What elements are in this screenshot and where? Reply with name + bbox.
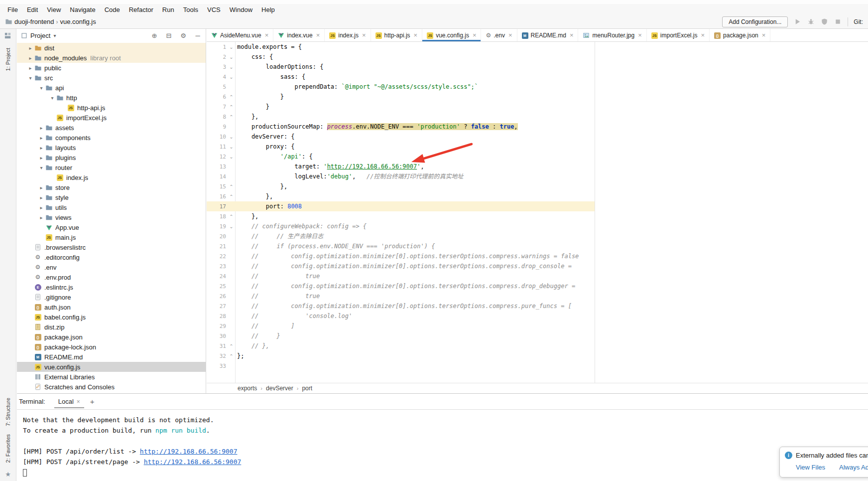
collapse-icon[interactable]: ⊟ [165, 32, 173, 39]
breadcrumb-exports[interactable]: exports [238, 385, 257, 392]
chevron-down-icon[interactable]: ▾ [38, 165, 45, 170]
menu-item-file[interactable]: File [3, 5, 22, 14]
fold-collapse-icon[interactable]: ⌄ [228, 154, 235, 160]
chevron-right-icon[interactable]: ▸ [27, 45, 34, 51]
add-configuration-button[interactable]: Add Configuration... [722, 16, 788, 27]
close-icon[interactable]: × [414, 31, 418, 39]
locate-icon[interactable]: ⊕ [150, 32, 158, 39]
fold-collapse-icon[interactable]: ⌄ [228, 134, 235, 140]
fold-collapse-icon[interactable]: ⌄ [228, 54, 235, 60]
menu-item-vcs[interactable]: VCS [203, 5, 225, 14]
terminal-link[interactable]: http://192.168.66.56:9007 [140, 448, 238, 455]
menu-item-window[interactable]: Window [225, 5, 257, 14]
tree-item-style[interactable]: ▸style [17, 192, 206, 202]
fold-end-icon[interactable]: ⌃ [228, 104, 235, 110]
breadcrumb-devServer[interactable]: devServer [266, 385, 293, 392]
breadcrumb-file[interactable]: vue.config.js [60, 18, 96, 25]
always-add-link[interactable]: Always Add [839, 464, 868, 471]
terminal-output[interactable]: Note that the development build is not o… [17, 410, 868, 478]
tree-item-.env[interactable]: ⚙.env [17, 262, 206, 272]
tree-item-External-Libraries[interactable]: External Libraries [17, 372, 206, 382]
debug-icon[interactable] [807, 17, 815, 26]
close-icon[interactable]: × [77, 398, 80, 405]
chevron-down-icon[interactable]: ▾ [53, 33, 56, 38]
stripe-project-label[interactable]: 1: Project [5, 48, 11, 71]
chevron-right-icon[interactable]: ▸ [38, 205, 45, 210]
terminal-tab-local[interactable]: Local × [54, 395, 84, 408]
menu-item-run[interactable]: Run [158, 5, 179, 14]
close-icon[interactable]: × [473, 31, 477, 39]
tree-item-views[interactable]: ▸views [17, 212, 206, 222]
run-icon[interactable] [793, 17, 802, 26]
fold-collapse-icon[interactable]: ⌄ [228, 44, 235, 50]
editor-tab-index.js[interactable]: JSindex.js× [325, 29, 371, 41]
chevron-right-icon[interactable]: ▸ [38, 215, 45, 220]
tree-item-index.js[interactable]: JSindex.js [17, 172, 206, 182]
tree-item-main.js[interactable]: JSmain.js [17, 232, 206, 242]
menu-item-help[interactable]: Help [257, 5, 279, 14]
tree-item-api[interactable]: ▾api [17, 83, 206, 93]
chevron-right-icon[interactable]: ▸ [38, 145, 45, 151]
tree-item-utils[interactable]: ▸utils [17, 202, 206, 212]
tree-item-components[interactable]: ▸components [17, 133, 206, 143]
chevron-down-icon[interactable]: ▾ [49, 95, 56, 101]
terminal-link[interactable]: http://192.168.66.56:9007 [144, 458, 242, 466]
tree-item-babel.config.js[interactable]: JSbabel.config.js [17, 312, 206, 322]
tree-item-.browserslistrc[interactable]: .browserslistrc [17, 242, 206, 252]
menu-item-edit[interactable]: Edit [22, 5, 42, 14]
fold-end-icon[interactable]: ⌃ [228, 114, 235, 120]
breadcrumb-project[interactable]: duoji-frontend [14, 18, 54, 25]
chevron-right-icon[interactable]: ▸ [38, 125, 45, 131]
tree-item-dist.zip[interactable]: dist.zip [17, 322, 206, 332]
coverage-icon[interactable] [820, 17, 829, 26]
editor-tab-README.md[interactable]: MREADME.md× [517, 29, 579, 41]
stripe-label-favorites[interactable]: 2: Favorites [5, 434, 11, 463]
chevron-right-icon[interactable]: ▸ [38, 155, 45, 160]
fold-end-icon[interactable]: ⌃ [228, 184, 235, 189]
tree-item-assets[interactable]: ▸assets [17, 123, 206, 133]
tree-item-Scratches-and-Consoles[interactable]: Scratches and Consoles [17, 382, 206, 392]
menu-item-view[interactable]: View [42, 5, 65, 14]
git-branch-label[interactable]: Git: [854, 18, 863, 25]
menu-item-tools[interactable]: Tools [179, 5, 203, 14]
project-tool-icon[interactable] [4, 32, 12, 40]
close-icon[interactable]: × [316, 31, 320, 39]
tree-item-importExcel.js[interactable]: JSimportExcel.js [17, 113, 206, 123]
panel-title[interactable]: Project [30, 32, 50, 39]
chevron-right-icon[interactable]: ▸ [38, 195, 45, 200]
stop-icon[interactable] [834, 17, 842, 26]
chevron-right-icon[interactable]: ▸ [27, 55, 34, 61]
editor-tab-menuRouter.jpg[interactable]: menuRouter.jpg× [578, 29, 646, 41]
editor-tab-vue.config.js[interactable]: JSvue.config.js× [422, 29, 481, 41]
settings-icon[interactable]: ⚙ [179, 32, 187, 39]
close-icon[interactable]: × [265, 31, 269, 39]
tree-item-.editorconfig[interactable]: ⚙.editorconfig [17, 252, 206, 262]
fold-end-icon[interactable]: ⌃ [228, 94, 235, 100]
tree-item-dist[interactable]: ▸dist [17, 43, 206, 53]
tree-item-auth.json[interactable]: {}auth.json [17, 302, 206, 312]
code-editor[interactable]: 1⌄module.exports = {2⌄ css: {3⌄ loaderOp… [207, 42, 868, 383]
tree-item-public[interactable]: ▸public [17, 63, 206, 73]
stripe-label-structure[interactable]: 7: Structure [5, 398, 11, 426]
fold-end-icon[interactable]: ⌃ [228, 194, 235, 199]
fold-end-icon[interactable]: ⌃ [228, 214, 235, 219]
tree-item-.gitignore[interactable]: .gitignore [17, 292, 206, 302]
editor-tab-AsideMenu.vue[interactable]: AsideMenu.vue× [207, 29, 273, 41]
view-files-link[interactable]: View Files [796, 464, 825, 471]
fold-end-icon[interactable]: ⌃ [228, 343, 235, 349]
fold-collapse-icon[interactable]: ⌄ [228, 144, 235, 150]
hide-icon[interactable]: ─ [194, 32, 202, 39]
breadcrumb-port[interactable]: port [302, 385, 312, 392]
tree-item-README.md[interactable]: MREADME.md [17, 352, 206, 362]
chevron-right-icon[interactable]: ▸ [38, 135, 45, 141]
close-icon[interactable]: × [638, 31, 642, 39]
chevron-right-icon[interactable]: ▸ [38, 185, 45, 190]
editor-tab-.env[interactable]: ⚙.env× [481, 29, 517, 41]
chevron-down-icon[interactable]: ▾ [38, 85, 45, 91]
close-icon[interactable]: × [362, 31, 366, 39]
tree-item-src[interactable]: ▾src [17, 73, 206, 83]
chevron-right-icon[interactable]: ▸ [27, 65, 34, 71]
tree-item-node_modules[interactable]: ▸node_moduleslibrary root [17, 53, 206, 63]
tree-item-vue.config.js[interactable]: JSvue.config.js [17, 362, 206, 372]
star-icon[interactable]: ★ [5, 471, 11, 478]
